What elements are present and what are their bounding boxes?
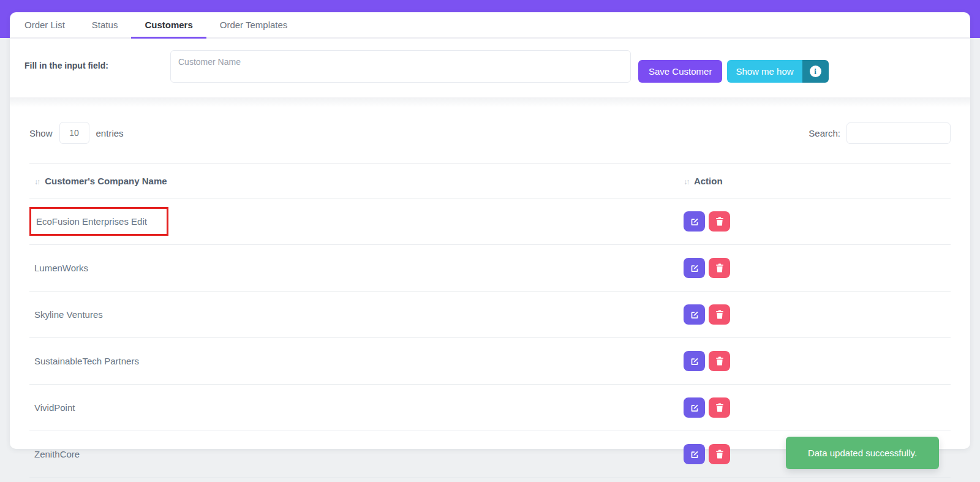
tab-customers[interactable]: Customers [131, 12, 206, 39]
column-header-action[interactable]: ↓↑ Action [679, 164, 951, 198]
table-section: Show 10 entries Search: ↓↑ Customer's Co… [10, 97, 970, 482]
column-header-label: Customer's Company Name [45, 176, 167, 186]
delete-button[interactable] [709, 397, 730, 418]
page-length-select[interactable]: 10 [59, 122, 89, 144]
trash-icon [715, 450, 724, 459]
action-buttons [684, 211, 946, 232]
edit-button[interactable] [684, 211, 705, 232]
main-card: Order List Status Customers Order Templa… [10, 12, 970, 449]
action-cell [679, 292, 951, 338]
page-length-control: Show 10 entries [29, 122, 124, 144]
customer-form: Fill in the input field: Save Customer S… [10, 39, 970, 97]
company-name: SustainableTech Partners [34, 356, 139, 366]
trash-icon [715, 310, 724, 319]
company-name: EcoFusion Enterprises Edit [29, 207, 168, 236]
action-buttons [684, 351, 946, 371]
entries-label: entries [96, 128, 124, 138]
company-name-cell: LumenWorks [29, 245, 679, 292]
edit-pencil-icon [690, 310, 699, 320]
delete-button[interactable] [709, 304, 730, 325]
trash-icon [715, 356, 724, 366]
trash-icon [715, 263, 724, 273]
edit-pencil-icon [690, 263, 699, 273]
toast-message: Data updated successfully. [808, 448, 917, 458]
edit-button[interactable] [684, 397, 705, 418]
delete-button[interactable] [709, 211, 730, 232]
action-buttons [684, 397, 946, 418]
edit-button[interactable] [684, 304, 705, 325]
edit-pencil-icon [690, 403, 699, 413]
action-cell [679, 245, 951, 292]
table-row: SustainableTech Partners [29, 338, 951, 385]
show-label: Show [29, 128, 53, 138]
edit-button[interactable] [684, 258, 705, 278]
search-input[interactable] [846, 122, 951, 144]
table-header-row: ↓↑ Customer's Company Name ↓↑ Action [29, 164, 951, 198]
table-row: EcoFusion Enterprises Edit [29, 198, 951, 245]
table-row: Skyline Ventures [29, 292, 951, 338]
table-row: VividPoint [29, 385, 951, 431]
action-cell [679, 338, 951, 385]
action-cell [679, 385, 951, 431]
sort-icon: ↓↑ [684, 178, 688, 186]
search-control: Search: [809, 122, 951, 144]
form-label: Fill in the input field: [24, 61, 170, 70]
action-buttons [684, 304, 946, 325]
form-buttons: Save Customer Show me how i [638, 60, 829, 83]
show-me-how-group: Show me how i [727, 60, 828, 83]
company-name: VividPoint [34, 402, 75, 413]
tab-status[interactable]: Status [78, 12, 132, 39]
trash-icon [715, 403, 724, 412]
toast-success: Data updated successfully. [786, 437, 939, 469]
column-header-company-name[interactable]: ↓↑ Customer's Company Name [29, 164, 679, 198]
edit-button[interactable] [684, 444, 705, 464]
tab-order-templates[interactable]: Order Templates [206, 12, 301, 39]
edit-button[interactable] [684, 351, 705, 371]
company-name-cell: ZenithCore [29, 431, 679, 478]
delete-button[interactable] [709, 351, 730, 371]
info-icon: i [810, 66, 821, 77]
tab-order-list[interactable]: Order List [11, 12, 78, 39]
edit-pencil-icon [690, 217, 699, 227]
table-row: LumenWorks [29, 245, 951, 292]
sort-icon: ↓↑ [34, 178, 39, 186]
edit-pencil-icon [690, 356, 699, 366]
delete-button[interactable] [709, 258, 730, 278]
show-me-how-button[interactable]: Show me how [727, 60, 802, 83]
action-cell [679, 198, 951, 245]
company-name-cell: SustainableTech Partners [29, 338, 679, 385]
table-controls: Show 10 entries Search: [29, 122, 951, 144]
company-name: ZenithCore [34, 449, 80, 459]
customer-name-input[interactable] [170, 50, 631, 83]
company-name: LumenWorks [34, 263, 88, 273]
show-me-how-info-button[interactable]: i [802, 60, 829, 83]
tab-nav: Order List Status Customers Order Templa… [10, 12, 970, 39]
company-name: Skyline Ventures [34, 309, 103, 320]
company-name-cell: Skyline Ventures [29, 292, 679, 338]
customers-table: ↓↑ Customer's Company Name ↓↑ Action Eco… [29, 164, 951, 478]
delete-button[interactable] [709, 444, 730, 464]
save-customer-button[interactable]: Save Customer [638, 60, 722, 83]
company-name-cell: VividPoint [29, 385, 679, 431]
search-label: Search: [809, 128, 840, 138]
company-name-cell: EcoFusion Enterprises Edit [29, 198, 679, 245]
action-buttons [684, 258, 946, 278]
edit-pencil-icon [690, 450, 699, 459]
column-header-label: Action [694, 176, 723, 186]
table-body: EcoFusion Enterprises Edit [29, 198, 951, 478]
trash-icon [715, 217, 724, 226]
